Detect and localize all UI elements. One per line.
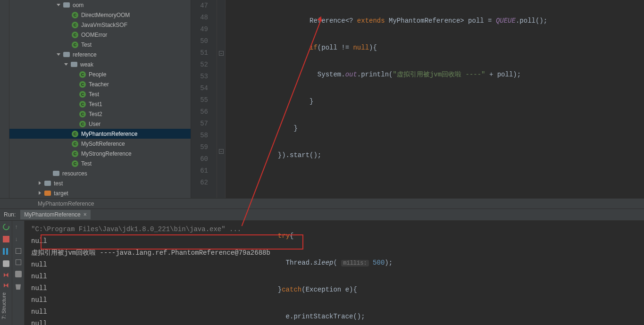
tree-label: Teacher: [89, 81, 109, 88]
tree-class[interactable]: Test: [9, 89, 191, 99]
clear-icon[interactable]: [15, 283, 22, 290]
tree-label: test: [54, 180, 63, 187]
tree-label: People: [89, 71, 106, 78]
tree-label: Test: [81, 160, 92, 167]
fold-icon[interactable]: [219, 51, 224, 56]
down-icon[interactable]: [15, 236, 22, 242]
project-tree[interactable]: oom DirectMemoryOOM JavaVmStackSOF OOMEr…: [9, 0, 191, 198]
close-icon[interactable]: ×: [84, 210, 87, 219]
tree-label: User: [89, 121, 100, 127]
code-editor[interactable]: 47484950 51525354 55565758 59606162 Refe…: [191, 0, 644, 198]
tree-class[interactable]: OOMError: [9, 30, 191, 40]
tree-folder-reference[interactable]: reference: [9, 50, 191, 59]
run-tab-label: MyPhantomReference: [24, 210, 80, 219]
tree-label: weak: [80, 61, 93, 68]
tree-label: Test2: [89, 111, 102, 117]
tree-folder-resources[interactable]: resources: [9, 168, 191, 178]
tree-class[interactable]: MyStrongReference: [9, 149, 191, 158]
tree-folder-weak[interactable]: weak: [9, 59, 191, 69]
tree-class[interactable]: Test: [9, 40, 191, 50]
tree-label: Test: [89, 91, 99, 98]
exit-icon[interactable]: [4, 273, 8, 277]
tree-label: MySoftReference: [81, 141, 125, 147]
tree-label: oom: [73, 2, 84, 8]
tree-label: resources: [62, 170, 87, 177]
stop-icon[interactable]: [3, 236, 9, 242]
fold-icon[interactable]: [219, 149, 224, 154]
close-red-icon[interactable]: [4, 283, 8, 288]
structure-toolwindow-tab[interactable]: 7: Structure: [0, 290, 8, 322]
tree-class[interactable]: JavaVmStackSOF: [9, 20, 191, 30]
tree-label: MyStrongReference: [81, 150, 132, 157]
tree-class-selected[interactable]: MyPhantomReference: [9, 129, 191, 139]
run-toolbar-secondary: [12, 221, 25, 325]
softwrap-icon[interactable]: [16, 248, 21, 254]
tree-class[interactable]: People: [9, 69, 191, 79]
pause-icon[interactable]: [3, 248, 9, 255]
up-icon[interactable]: [15, 224, 22, 230]
tree-label: reference: [73, 51, 97, 58]
tree-folder-oom[interactable]: oom: [9, 0, 191, 10]
code-area[interactable]: Reference<? extends MyPhantomReference> …: [226, 0, 644, 198]
run-tab[interactable]: MyPhantomReference ×: [20, 210, 90, 219]
tree-label: Test1: [89, 101, 102, 108]
tree-label: DirectMemoryOOM: [81, 12, 130, 18]
fold-strip[interactable]: [217, 0, 226, 198]
dump-icon[interactable]: [3, 260, 9, 267]
tree-class[interactable]: DirectMemoryOOM: [9, 10, 191, 20]
run-label: Run:: [4, 211, 16, 218]
tree-class[interactable]: Test: [9, 158, 191, 168]
tree-class[interactable]: User: [9, 119, 191, 129]
tree-label: Test: [81, 42, 92, 48]
tree-class[interactable]: Teacher: [9, 79, 191, 89]
rerun-icon[interactable]: [1, 222, 10, 231]
param-hint: millis:: [341, 260, 368, 267]
line-gutter: 47484950 51525354 55565758 59606162: [191, 0, 217, 198]
print-icon[interactable]: [15, 271, 22, 277]
tree-label: JavaVmStackSOF: [81, 22, 127, 28]
tree-class[interactable]: Test2: [9, 109, 191, 119]
tree-folder-test[interactable]: test: [9, 178, 191, 188]
tree-label: target: [54, 190, 68, 197]
tree-class[interactable]: MySoftReference: [9, 139, 191, 149]
tree-folder-target[interactable]: target: [9, 188, 191, 198]
tree-label: MyPhantomReference: [81, 131, 137, 137]
tree-class[interactable]: Test1: [9, 99, 191, 109]
scroll-icon[interactable]: [16, 259, 21, 265]
tree-label: OOMError: [81, 32, 107, 38]
